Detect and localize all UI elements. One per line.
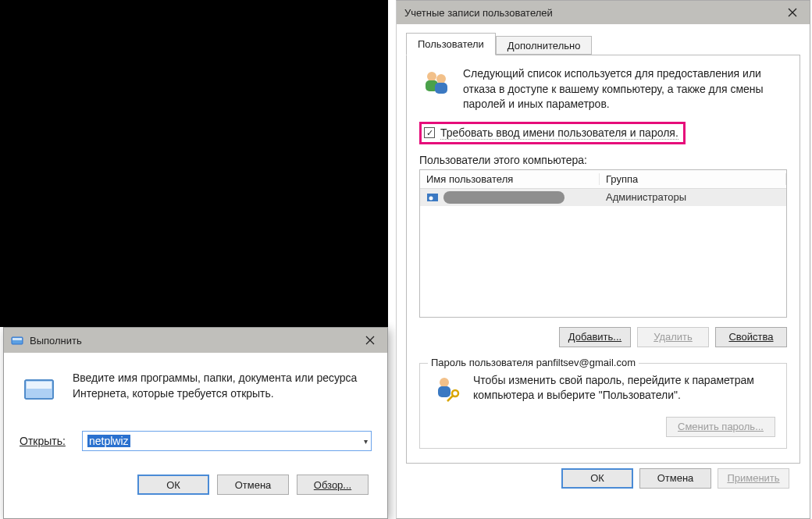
- user-icon: [426, 191, 439, 204]
- tab-users[interactable]: Пользователи: [406, 33, 496, 55]
- column-group[interactable]: Группа: [600, 173, 786, 185]
- run-title: Выполнить: [30, 335, 352, 347]
- change-password-button: Сменить пароль...: [666, 417, 775, 437]
- properties-button[interactable]: Свойства: [715, 327, 787, 347]
- close-icon: [365, 336, 375, 345]
- password-section-text: Чтобы изменить свой пароль, перейдите к …: [473, 373, 775, 406]
- password-section-legend: Пароль пользователя panfiltsev@gmail.com: [428, 357, 639, 368]
- run-titlebar: Выполнить: [4, 328, 387, 353]
- list-header: Имя пользователя Группа: [420, 170, 786, 189]
- run-title-icon: [10, 333, 24, 347]
- tab-advanced[interactable]: Дополнительно: [496, 36, 593, 55]
- svg-point-7: [436, 74, 446, 84]
- ok-button[interactable]: ОК: [561, 468, 633, 489]
- svg-point-13: [452, 390, 458, 396]
- run-app-icon: [20, 370, 59, 409]
- svg-point-5: [427, 72, 436, 81]
- run-description: Введите имя программы, папки, документа …: [73, 370, 372, 409]
- close-button[interactable]: [775, 1, 810, 24]
- open-input-value: netplwiz: [87, 435, 130, 447]
- tab-strip: Пользователи Дополнительно: [406, 32, 800, 55]
- user-group: Администраторы: [600, 191, 786, 203]
- list-item[interactable]: Администраторы: [420, 189, 786, 206]
- desktop-background: [0, 0, 388, 327]
- browse-button[interactable]: Обзор...: [297, 475, 369, 495]
- ua-titlebar: Учетные записи пользователей: [397, 1, 810, 24]
- key-user-icon: [431, 373, 464, 406]
- require-password-row: ✓ Требовать ввод имени пользователя и па…: [419, 122, 686, 144]
- cancel-button[interactable]: Отмена: [639, 468, 711, 489]
- users-list-label: Пользователи этого компьютера:: [419, 154, 787, 166]
- close-button[interactable]: [352, 328, 387, 353]
- apply-button: Применить: [718, 468, 789, 489]
- users-icon: [419, 66, 454, 101]
- users-list[interactable]: Имя пользователя Группа Администраторы: [419, 169, 787, 318]
- open-combobox[interactable]: netplwiz ▾: [82, 431, 372, 451]
- ok-button[interactable]: ОК: [137, 475, 209, 495]
- run-dialog: Выполнить Введите имя программы, папки, …: [3, 327, 388, 519]
- password-section: Пароль пользователя panfiltsev@gmail.com…: [419, 363, 787, 449]
- svg-point-10: [429, 196, 433, 200]
- remove-user-button: Удалить: [637, 327, 709, 347]
- svg-rect-3: [27, 382, 52, 389]
- add-user-button[interactable]: Добавить...: [559, 327, 631, 347]
- svg-point-11: [440, 378, 449, 387]
- require-password-checkbox[interactable]: ✓: [424, 127, 435, 138]
- require-password-label: Требовать ввод имени пользователя и паро…: [440, 126, 678, 140]
- chevron-down-icon[interactable]: ▾: [364, 437, 368, 446]
- user-accounts-dialog: Учетные записи пользователей Пользовател…: [396, 0, 810, 519]
- username-redacted: [443, 191, 564, 204]
- close-icon: [788, 8, 797, 17]
- tab-users-page: Следующий список используется для предос…: [406, 55, 800, 464]
- svg-rect-12: [438, 386, 451, 397]
- svg-rect-1: [12, 338, 22, 340]
- svg-rect-8: [435, 83, 447, 94]
- cancel-button[interactable]: Отмена: [217, 475, 289, 495]
- ua-title: Учетные записи пользователей: [404, 7, 553, 19]
- column-username[interactable]: Имя пользователя: [420, 173, 600, 185]
- info-text: Следующий список используется для предос…: [463, 66, 787, 112]
- open-label: Открыть:: [20, 435, 82, 447]
